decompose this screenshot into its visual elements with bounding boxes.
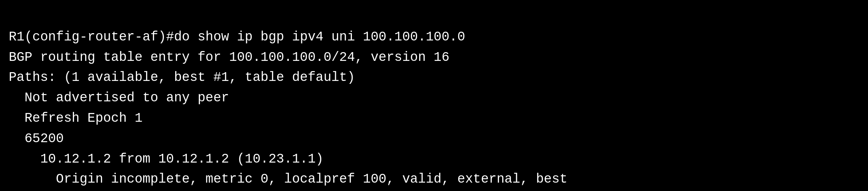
terminal-line-9: Community: 2222 bbox=[9, 190, 859, 191]
terminal-output: R1(config-router-af)#do show ip bgp ipv4… bbox=[0, 0, 868, 191]
terminal-line-4: Not advertised to any peer bbox=[9, 88, 859, 108]
terminal-line-3: Paths: (1 available, best #1, table defa… bbox=[9, 67, 859, 88]
terminal-line-8: Origin incomplete, metric 0, localpref 1… bbox=[9, 169, 859, 190]
terminal-line-5: Refresh Epoch 1 bbox=[9, 108, 859, 129]
terminal-line-2: BGP routing table entry for 100.100.100.… bbox=[9, 47, 859, 68]
terminal-line-1: R1(config-router-af)#do show ip bgp ipv4… bbox=[9, 27, 859, 47]
terminal-line-6: 65200 bbox=[9, 129, 859, 149]
terminal-line-7: 10.12.1.2 from 10.12.1.2 (10.23.1.1) bbox=[9, 149, 859, 169]
